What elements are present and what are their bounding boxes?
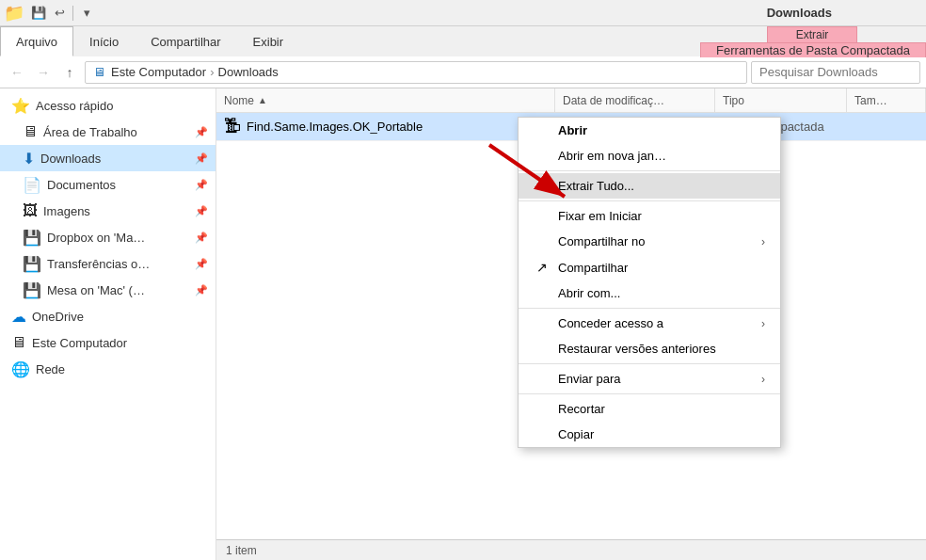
sidebar-item-acesso-rapido[interactable]: ⭐ Acesso rápido bbox=[0, 92, 216, 119]
context-menu: Abrir Abrir em nova jan… Extrair Tudo...… bbox=[518, 117, 781, 448]
sidebar-item-dropbox[interactable]: 💾 Dropbox on 'Ma… 📌 bbox=[0, 224, 216, 250]
title-bar: 📁 💾 ↩ ▾ Downloads bbox=[0, 0, 926, 26]
file-size-cell bbox=[847, 113, 926, 140]
desktop-icon: 🖥 bbox=[23, 123, 38, 140]
cm-separator-2 bbox=[519, 200, 780, 201]
main-area: ⭐ Acesso rápido 🖥 Área de Trabalho 📌 ⬇ D… bbox=[0, 88, 926, 560]
pin-icon-5: 📌 bbox=[195, 232, 208, 244]
address-bar: ← → ↑ 🖥 Este Computador › Downloads bbox=[0, 56, 926, 88]
computer-icon: 🖥 bbox=[11, 334, 26, 351]
tab-compartilhar[interactable]: Compartilhar bbox=[135, 26, 236, 56]
cm-item-recortar[interactable]: Recortar bbox=[519, 396, 780, 422]
sidebar-item-este-computador[interactable]: 🖥 Este Computador bbox=[0, 329, 216, 356]
col-header-name[interactable]: Nome ▲ bbox=[216, 88, 555, 112]
tools-section-label: Extrair bbox=[767, 26, 858, 42]
tab-inicio[interactable]: Início bbox=[73, 26, 135, 56]
status-bar: 1 item bbox=[216, 539, 926, 560]
cm-separator-4 bbox=[519, 363, 780, 364]
sidebar-item-documentos[interactable]: 📄 Documentos 📌 bbox=[0, 171, 216, 198]
sort-arrow: ▲ bbox=[258, 95, 267, 105]
sidebar: ⭐ Acesso rápido 🖥 Área de Trabalho 📌 ⬇ D… bbox=[0, 88, 216, 560]
star-icon: ⭐ bbox=[11, 97, 30, 115]
sidebar-item-imagens[interactable]: 🖼 Imagens 📌 bbox=[0, 198, 216, 224]
share-icon: ↗ bbox=[534, 260, 551, 275]
network-icon: 🌐 bbox=[11, 360, 30, 378]
cm-item-enviar-para[interactable]: Enviar para › bbox=[519, 366, 780, 392]
images-icon: 🖼 bbox=[23, 202, 38, 219]
pin-icon-7: 📌 bbox=[195, 284, 208, 296]
zip-icon: 🗜 bbox=[224, 117, 241, 136]
col-header-size[interactable]: Tam… bbox=[847, 88, 926, 112]
dropbox-icon: 💾 bbox=[23, 229, 41, 247]
docs-icon: 📄 bbox=[23, 176, 41, 194]
tab-exibir[interactable]: Exibir bbox=[237, 26, 300, 56]
file-list-header: Nome ▲ Data de modificaç… Tipo Tam… bbox=[216, 88, 926, 113]
cm-item-abrir[interactable]: Abrir bbox=[519, 118, 780, 143]
mesa-icon: 💾 bbox=[23, 281, 41, 299]
window-title: Downloads bbox=[767, 6, 926, 20]
cm-item-compartilhar-no[interactable]: Compartilhar no › bbox=[519, 229, 780, 254]
folder-icon: 📁 bbox=[4, 3, 24, 24]
submenu-arrow-3: › bbox=[761, 373, 765, 386]
file-name-cell: 🗜 Find.Same.Images.OK_Portable bbox=[216, 113, 555, 140]
pin-icon-4: 📌 bbox=[195, 205, 208, 217]
col-header-type[interactable]: Tipo bbox=[715, 88, 847, 112]
search-input[interactable] bbox=[751, 61, 920, 84]
cm-item-restaurar[interactable]: Restaurar versões anteriores bbox=[519, 336, 780, 361]
cm-item-abrir-com[interactable]: Abrir com... bbox=[519, 280, 780, 306]
cm-item-fixar[interactable]: Fixar em Iniciar bbox=[519, 203, 780, 229]
sidebar-item-rede[interactable]: 🌐 Rede bbox=[0, 356, 216, 382]
ribbon-tabs: Arquivo Início Compartilhar Exibir Extra… bbox=[0, 26, 926, 56]
sidebar-item-transferencias[interactable]: 💾 Transferências o… 📌 bbox=[0, 250, 216, 277]
cm-separator-3 bbox=[519, 308, 780, 309]
sidebar-item-downloads[interactable]: ⬇ Downloads 📌 bbox=[0, 145, 216, 171]
pc-icon: 🖥 bbox=[93, 65, 105, 79]
nav-forward-btn[interactable]: → bbox=[32, 61, 55, 84]
pin-icon-1: 📌 bbox=[195, 126, 208, 138]
download-icon: ⬇ bbox=[23, 150, 35, 168]
status-text: 1 item bbox=[226, 544, 257, 557]
cm-separator-5 bbox=[519, 393, 780, 394]
qs-more-btn[interactable]: ▾ bbox=[76, 3, 97, 24]
qs-separator bbox=[72, 6, 73, 21]
submenu-arrow-1: › bbox=[761, 235, 765, 248]
cm-item-abrir-nova-janela[interactable]: Abrir em nova jan… bbox=[519, 143, 780, 168]
sidebar-item-area-trabalho[interactable]: 🖥 Área de Trabalho 📌 bbox=[0, 119, 216, 145]
submenu-arrow-2: › bbox=[761, 317, 765, 330]
cm-separator-1 bbox=[519, 170, 780, 171]
qs-save-btn[interactable]: 💾 bbox=[28, 3, 49, 24]
tab-arquivo[interactable]: Arquivo bbox=[0, 26, 73, 56]
nav-up-btn[interactable]: ↑ bbox=[58, 61, 81, 84]
cm-item-conceder-acesso[interactable]: Conceder acesso a › bbox=[519, 311, 780, 336]
onedrive-icon: ☁ bbox=[11, 308, 26, 326]
qs-undo-btn[interactable]: ↩ bbox=[49, 3, 70, 24]
sidebar-item-mesa[interactable]: 💾 Mesa on 'Mac' (… 📌 bbox=[0, 277, 216, 303]
file-area: Nome ▲ Data de modificaç… Tipo Tam… 🗜 Fi… bbox=[216, 88, 926, 560]
pin-icon-2: 📌 bbox=[195, 152, 208, 165]
cm-item-extrair-tudo[interactable]: Extrair Tudo... bbox=[519, 173, 780, 199]
cm-item-compartilhar[interactable]: ↗ Compartilhar bbox=[519, 254, 780, 280]
pin-icon-6: 📌 bbox=[195, 258, 208, 270]
pin-icon-3: 📌 bbox=[195, 179, 208, 191]
path-este-computador[interactable]: Este Computador bbox=[111, 65, 206, 79]
transfer-icon: 💾 bbox=[23, 255, 41, 273]
cm-item-copiar[interactable]: Copiar bbox=[519, 422, 780, 447]
nav-back-btn[interactable]: ← bbox=[6, 61, 28, 84]
tab-ferramentas[interactable]: Ferramentas de Pasta Compactada bbox=[700, 42, 926, 57]
col-header-date[interactable]: Data de modificaç… bbox=[555, 88, 715, 112]
address-path[interactable]: 🖥 Este Computador › Downloads bbox=[85, 61, 747, 84]
path-downloads[interactable]: Downloads bbox=[218, 65, 279, 79]
path-separator: › bbox=[210, 65, 214, 79]
sidebar-item-onedrive[interactable]: ☁ OneDrive bbox=[0, 303, 216, 329]
tools-tab-group: Extrair Ferramentas de Pasta Compactada bbox=[698, 26, 926, 56]
